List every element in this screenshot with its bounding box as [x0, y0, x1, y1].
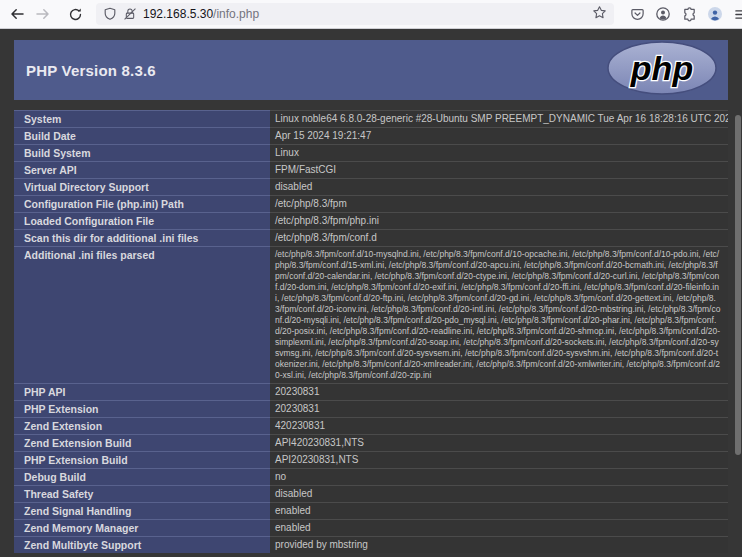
toolbar-right-icons [624, 2, 738, 26]
forward-icon [35, 6, 51, 22]
php-version-header: PHP Version 8.3.6 php [14, 40, 728, 100]
row-value: Linux [270, 145, 728, 162]
row-label: Zend Extension Build [14, 435, 270, 452]
row-label: Server API [14, 162, 270, 179]
menu-icon [734, 7, 742, 22]
scrollbar-thumb[interactable] [735, 115, 741, 455]
info-row: PHP Extension BuildAPI20230831,NTS [14, 452, 728, 469]
info-table-body: SystemLinux noble64 6.8.0-28-generic #28… [14, 111, 728, 554]
row-label: PHP Extension Build [14, 452, 270, 469]
info-row: Scan this dir for additional .ini files/… [14, 230, 728, 247]
row-value: no [270, 469, 728, 486]
info-row: Build DateApr 15 2024 19:21:47 [14, 128, 728, 145]
info-row: SystemLinux noble64 6.8.0-28-generic #28… [14, 111, 728, 128]
row-label: Additional .ini files parsed [14, 247, 270, 384]
back-button[interactable] [4, 2, 30, 26]
url-text[interactable]: 192.168.5.30/info.php [143, 7, 586, 21]
row-label: Zend Extension [14, 418, 270, 435]
url-bar[interactable]: 192.168.5.30/info.php [96, 3, 614, 25]
lock-slash-icon[interactable] [123, 7, 137, 21]
row-value: /etc/php/8.3/fpm/conf.d [270, 230, 728, 247]
info-row: Zend Multibyte Supportprovided by mbstri… [14, 537, 728, 554]
info-row: Zend Extension420230831 [14, 418, 728, 435]
info-row: Thread Safetydisabled [14, 486, 728, 503]
row-label: Configuration File (php.ini) Path [14, 196, 270, 213]
bookmark-star-button[interactable] [592, 5, 607, 24]
info-table: SystemLinux noble64 6.8.0-28-generic #28… [14, 110, 728, 553]
row-value: provided by mbstring [270, 537, 728, 554]
profile-avatar-icon [707, 6, 723, 22]
bookmark-star-icon [592, 5, 607, 24]
info-row: Zend Memory Managerenabled [14, 520, 728, 537]
info-row: Virtual Directory Supportdisabled [14, 179, 728, 196]
row-value: 20230831 [270, 384, 728, 401]
row-label: System [14, 111, 270, 128]
row-value: /etc/php/8.3/fpm/conf.d/10-mysqlnd.ini, … [270, 247, 728, 384]
url-path: /info.php [213, 7, 259, 21]
url-host: 192.168.5.30 [143, 7, 213, 21]
account-button[interactable] [650, 2, 676, 26]
row-value: disabled [270, 486, 728, 503]
php-logo-text: php [630, 49, 693, 87]
row-label: Debug Build [14, 469, 270, 486]
info-row: Zend Extension BuildAPI420230831,NTS [14, 435, 728, 452]
row-value: enabled [270, 503, 728, 520]
forward-button[interactable] [30, 2, 56, 26]
row-label: Thread Safety [14, 486, 270, 503]
row-value: API20230831,NTS [270, 452, 728, 469]
row-value: API420230831,NTS [270, 435, 728, 452]
account-icon [655, 6, 671, 22]
row-value: disabled [270, 179, 728, 196]
row-value: 420230831 [270, 418, 728, 435]
row-label: Zend Multibyte Support [14, 537, 270, 554]
info-row: Additional .ini files parsed/etc/php/8.3… [14, 247, 728, 384]
info-row: Build SystemLinux [14, 145, 728, 162]
pocket-icon [630, 7, 645, 22]
row-label: PHP Extension [14, 401, 270, 418]
browser-toolbar: 192.168.5.30/info.php [0, 0, 742, 29]
info-row: Zend Signal Handlingenabled [14, 503, 728, 520]
row-value: /etc/php/8.3/fpm [270, 196, 728, 213]
info-row: Debug Buildno [14, 469, 728, 486]
row-value: FPM/FastCGI [270, 162, 728, 179]
info-row: Configuration File (php.ini) Path/etc/ph… [14, 196, 728, 213]
row-label: Loaded Configuration File [14, 213, 270, 230]
profile-avatar-button[interactable] [702, 2, 728, 26]
reload-icon [68, 7, 83, 22]
pocket-button[interactable] [624, 2, 650, 26]
row-label: Virtual Directory Support [14, 179, 270, 196]
row-label: Build Date [14, 128, 270, 145]
php-logo: php [606, 40, 718, 100]
row-label: PHP API [14, 384, 270, 401]
extensions-button[interactable] [676, 2, 702, 26]
row-label: Zend Signal Handling [14, 503, 270, 520]
shield-icon[interactable] [103, 7, 117, 21]
info-row: PHP API20230831 [14, 384, 728, 401]
row-value: 20230831 [270, 401, 728, 418]
info-row: Server APIFPM/FastCGI [14, 162, 728, 179]
info-row: Loaded Configuration File/etc/php/8.3/fp… [14, 213, 728, 230]
phpinfo-page: PHP Version 8.3.6 php SystemLinux noble6… [0, 29, 742, 557]
row-value: enabled [270, 520, 728, 537]
page-title: PHP Version 8.3.6 [26, 62, 156, 79]
row-value: Linux noble64 6.8.0-28-generic #28-Ubunt… [270, 111, 728, 128]
row-label: Scan this dir for additional .ini files [14, 230, 270, 247]
row-label: Zend Memory Manager [14, 520, 270, 537]
info-row: PHP Extension20230831 [14, 401, 728, 418]
row-label: Build System [14, 145, 270, 162]
back-icon [9, 6, 25, 22]
extensions-icon [682, 7, 697, 22]
menu-button[interactable] [728, 2, 742, 26]
reload-button[interactable] [62, 2, 88, 26]
row-value: Apr 15 2024 19:21:47 [270, 128, 728, 145]
row-value: /etc/php/8.3/fpm/php.ini [270, 213, 728, 230]
